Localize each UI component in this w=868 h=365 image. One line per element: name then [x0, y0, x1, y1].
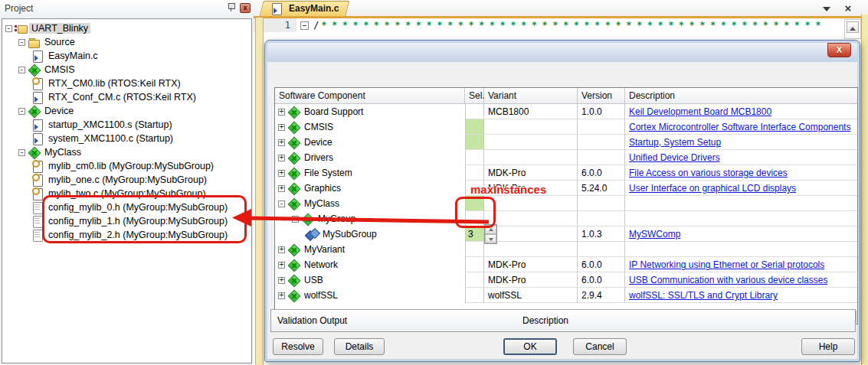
sel-cell[interactable]: [465, 119, 484, 135]
component-cell[interactable]: + Drivers: [275, 150, 465, 165]
component-label[interactable]: Device: [302, 137, 335, 148]
tree-item[interactable]: mylib_two.c (MyGroup:MySubGroup): [2, 187, 251, 200]
expand-toggle-icon[interactable]: +: [278, 246, 285, 253]
component-label[interactable]: Network: [302, 259, 340, 270]
description-link[interactable]: Cortex Microcontroller Software Interfac…: [629, 122, 850, 132]
component-label[interactable]: Drivers: [302, 152, 336, 163]
editor-vscrollbar[interactable]: [844, 19, 861, 39]
variant-cell[interactable]: [484, 242, 578, 257]
tree-item-label[interactable]: config_mylib_1.h (MyGroup:MySubGroup): [46, 216, 230, 226]
dialog-titlebar[interactable]: X: [267, 43, 857, 62]
details-button[interactable]: Details: [334, 338, 385, 355]
tree-item[interactable]: - Device: [2, 104, 251, 118]
sel-cell[interactable]: [465, 150, 484, 165]
description-link[interactable]: wolfSSL: SSL/TLS and Crypt Library: [629, 290, 778, 301]
expand-toggle-icon[interactable]: +: [278, 185, 285, 192]
component-label[interactable]: USB: [302, 275, 326, 285]
description-link[interactable]: Unified Device Drivers: [629, 152, 720, 163]
component-cell[interactable]: + Network: [275, 257, 465, 272]
description-link[interactable]: MySWComp: [629, 229, 680, 240]
tree-item[interactable]: EasyMain.c: [2, 49, 251, 63]
tree-item[interactable]: RTX_Conf_CM.c (RTOS:Keil RTX): [2, 90, 251, 104]
component-cell[interactable]: - MyGroup: [275, 211, 465, 226]
component-label[interactable]: wolfSSL: [302, 290, 340, 301]
component-label[interactable]: MyVariant: [302, 244, 347, 255]
tree-item-label[interactable]: mylib_cm0.lib (MyGroup:MySubGroup): [46, 161, 216, 171]
tree-item-label[interactable]: Device: [42, 106, 76, 116]
component-row[interactable]: + Drivers Unified Device Drivers: [275, 150, 857, 165]
sel-cell[interactable]: [465, 242, 484, 257]
variant-cell[interactable]: MDK-Pro: [484, 257, 578, 272]
variant-cell[interactable]: [484, 211, 578, 226]
variant-cell[interactable]: MCB1800: [484, 104, 578, 119]
expand-toggle-icon[interactable]: +: [278, 262, 285, 269]
expand-toggle-icon[interactable]: -: [18, 108, 25, 115]
component-label[interactable]: Graphics: [302, 183, 343, 194]
dialog-close-icon[interactable]: X: [827, 43, 851, 57]
component-row[interactable]: + Network MDK-Pro 6.0.0 IP Networking us…: [275, 257, 857, 272]
fold-toggle-icon[interactable]: [300, 21, 309, 30]
component-row[interactable]: + wolfSSL wolfSSL 2.9.4 wolfSSL: SSL/TLS…: [275, 288, 857, 303]
expand-toggle-icon[interactable]: +: [278, 139, 285, 146]
component-label[interactable]: MySubGroup: [320, 229, 379, 240]
expand-toggle-icon[interactable]: +: [278, 170, 285, 177]
expand-toggle-icon[interactable]: +: [278, 124, 285, 131]
sel-cell[interactable]: [465, 165, 484, 181]
tree-item-label[interactable]: system_XMC1100.c (Startup): [46, 133, 175, 144]
tree-item[interactable]: RTX_CM0.lib (RTOS:Keil RTX): [2, 77, 251, 90]
sel-cell[interactable]: [465, 104, 484, 119]
component-cell[interactable]: + File System: [275, 165, 465, 181]
tree-item-label[interactable]: CMSIS: [42, 64, 77, 75]
sel-cell[interactable]: [465, 288, 484, 303]
component-row[interactable]: + Device Startup, System Setup: [275, 135, 857, 150]
sel-cell[interactable]: 3: [465, 226, 484, 242]
component-label[interactable]: File System: [302, 168, 355, 178]
sel-cell[interactable]: [465, 257, 484, 272]
variant-cell[interactable]: [484, 150, 578, 165]
expand-toggle-icon[interactable]: +: [278, 155, 285, 161]
variant-cell[interactable]: [484, 119, 578, 135]
expand-toggle-icon[interactable]: -: [18, 149, 25, 156]
variant-cell[interactable]: [484, 196, 578, 211]
tree-item-label[interactable]: RTX_CM0.lib (RTOS:Keil RTX): [46, 78, 183, 89]
component-row[interactable]: + MyVariant: [275, 242, 857, 257]
expand-toggle-icon[interactable]: +: [278, 292, 285, 299]
variant-cell[interactable]: [484, 226, 578, 242]
component-label[interactable]: MyClass: [302, 198, 342, 209]
tree-item-label[interactable]: Source: [42, 37, 77, 47]
component-cell[interactable]: - MyClass: [275, 196, 465, 211]
tree-item-label[interactable]: config_mylib_0.h (MyGroup:MySubGroup): [46, 202, 230, 213]
component-label[interactable]: CMSIS: [302, 122, 336, 132]
component-cell[interactable]: + CMSIS: [275, 119, 465, 135]
expand-toggle-icon[interactable]: +: [278, 109, 285, 116]
help-button[interactable]: Help: [801, 338, 855, 355]
tree-item-label[interactable]: MyClass: [42, 147, 84, 158]
component-cell[interactable]: + Board Support: [275, 104, 465, 119]
component-cell[interactable]: MySubGroup: [275, 226, 465, 242]
tree-item[interactable]: - CMSIS: [2, 63, 251, 77]
description-link[interactable]: File Access on various storage devices: [629, 168, 788, 178]
description-link[interactable]: IP Networking using Ethernet or Serial p…: [629, 259, 824, 270]
component-label[interactable]: Board Support: [302, 106, 365, 117]
window-list-icon[interactable]: [821, 3, 833, 14]
close-icon[interactable]: x: [240, 3, 251, 13]
variant-cell[interactable]: MDK-Pro: [484, 272, 578, 288]
scroll-up-icon[interactable]: [847, 21, 859, 33]
component-row[interactable]: - MyClass: [275, 196, 857, 211]
tree-item-label[interactable]: config_mylib_2.h (MyGroup:MySubGroup): [46, 230, 230, 240]
component-row[interactable]: + Graphics MDK-Pro 5.24.0 User Interface…: [275, 181, 857, 196]
tree-item[interactable]: - Source: [2, 35, 251, 49]
tab-easymain[interactable]: EasyMain.c: [266, 1, 345, 16]
tree-item[interactable]: config_mylib_2.h (MyGroup:MySubGroup): [2, 228, 251, 242]
component-cell[interactable]: + wolfSSL: [275, 288, 465, 303]
expand-toggle-icon[interactable]: -: [18, 67, 25, 73]
tab-label[interactable]: EasyMain.c: [289, 3, 339, 14]
stepper-down-icon[interactable]: [485, 234, 496, 243]
tree-item-label[interactable]: UART_Blinky: [29, 23, 90, 34]
component-cell[interactable]: + USB: [275, 272, 465, 288]
max-instances-value[interactable]: 3: [468, 229, 473, 240]
component-row[interactable]: + File System MDK-Pro 6.0.0 File Access …: [275, 165, 857, 181]
description-link[interactable]: Startup, System Setup: [629, 137, 721, 148]
expand-toggle-icon[interactable]: -: [278, 200, 285, 207]
expand-toggle-icon[interactable]: -: [18, 39, 25, 46]
